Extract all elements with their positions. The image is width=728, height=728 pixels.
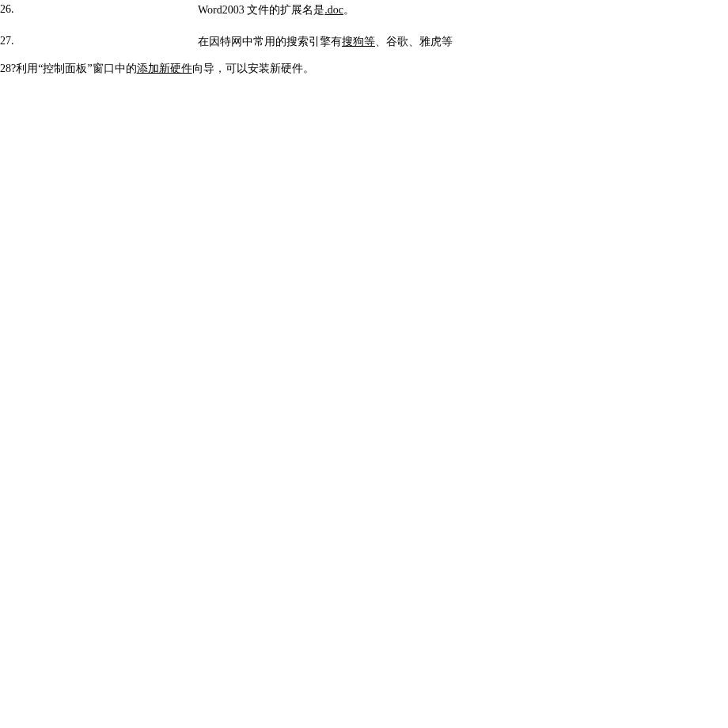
question-content-26: Word2003 文件的扩展名是.doc。 [198,3,355,17]
text-segment: Word2003 文件的扩展名是 [198,4,324,16]
underlined-answer: 搜狗等 [342,36,375,47]
text-segment: 28?利用“控制面板”窗口中的 [0,63,137,74]
text-segment: 、谷歌、雅虎等 [375,36,453,47]
underlined-answer: 添加新硬件 [137,63,192,74]
underlined-answer: .doc [324,4,343,16]
text-segment: 。 [343,4,355,16]
question-number-26: 26. [0,3,14,16]
question-line-28: 28?利用“控制面板”窗口中的添加新硬件向导，可以安装新硬件。 [0,62,314,76]
text-segment: 在因特网中常用的搜索引擎有 [198,36,342,47]
question-number-27: 27. [0,35,14,47]
question-content-27: 在因特网中常用的搜索引擎有搜狗等、谷歌、雅虎等 [198,35,453,49]
question-line-27: 27. 在因特网中常用的搜索引擎有搜狗等、谷歌、雅虎等 [0,35,14,47]
question-line-26: 26. Word2003 文件的扩展名是.doc。 [0,3,14,16]
text-segment: 向导，可以安装新硬件。 [192,63,314,74]
